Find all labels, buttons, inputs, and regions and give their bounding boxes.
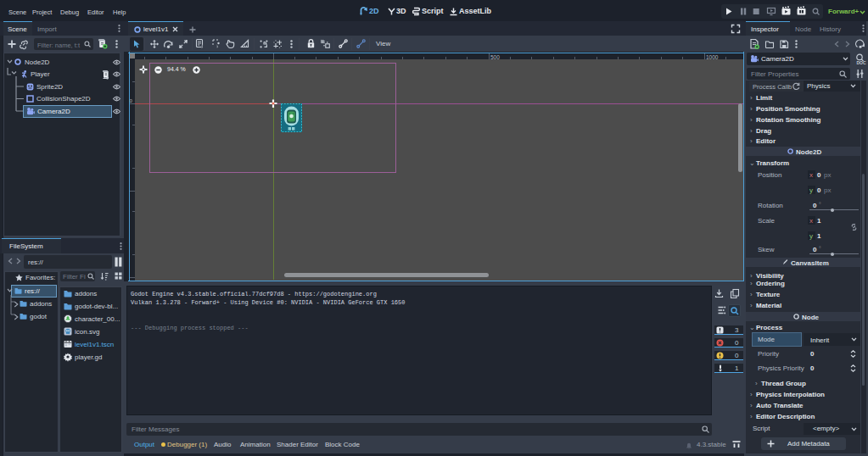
svg-text:DOC: DOC: [857, 60, 867, 65]
